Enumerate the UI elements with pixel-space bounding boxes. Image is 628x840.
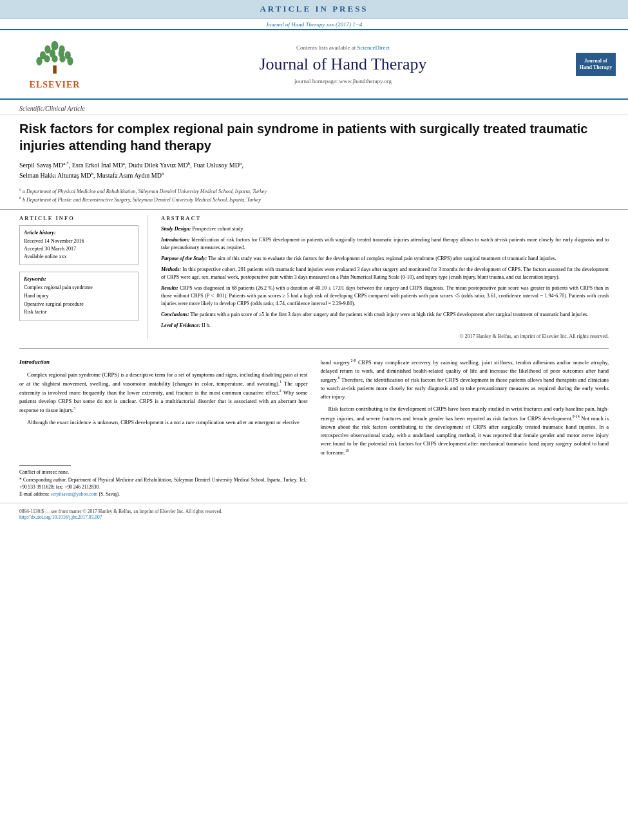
- info-abstract-section: ARTICLE INFO Article history: Received 1…: [0, 209, 628, 344]
- article-type-label: Scientific/Clinical Article: [0, 100, 628, 115]
- purpose-text: The aim of this study was to evaluate th…: [208, 256, 556, 261]
- footnote-divider: [19, 465, 71, 466]
- available-online: Available online xxx: [24, 254, 67, 259]
- abstract-results: Results: CRPS was diagnosed in 68 patien…: [161, 285, 609, 308]
- email-label: E-mail address:: [19, 491, 50, 497]
- article-info-title: ARTICLE INFO: [19, 215, 138, 221]
- intro-para-2: Although the exact incidence is unknown,…: [19, 418, 308, 427]
- intro-label: Introduction:: [161, 237, 189, 243]
- elsevier-logo: ELSEVIER: [6, 35, 103, 93]
- svg-rect-12: [53, 66, 57, 74]
- introduction-heading: Introduction: [19, 358, 308, 367]
- svg-point-10: [59, 55, 65, 62]
- section-divider: [19, 348, 609, 349]
- accepted-date: Accepted 30 March 2017: [24, 246, 76, 252]
- intro-text: Identification of risk factors for CRPS …: [161, 237, 609, 250]
- affiliations: a a Department of Physical Medicine and …: [0, 184, 628, 209]
- elsevier-brand-text: ELSEVIER: [30, 80, 81, 90]
- intro-para-4: Risk factors contributing to the develop…: [321, 405, 609, 457]
- contents-available-label: Contents lists available at: [296, 44, 356, 51]
- affiliation-b: b Department of Plastic and Reconstructi…: [23, 197, 261, 203]
- journal-ref-text: Journal of Hand Therapy xxx (2017) 1−4: [266, 21, 363, 28]
- journal-badge-area: Journal of Hand Therapy: [570, 53, 622, 77]
- methods-text: In this prospective cohort, 291 patients…: [161, 266, 609, 280]
- journal-homepage: journal homepage: www.jhandtherapy.org: [129, 78, 557, 84]
- footnotes-area: Conflict of interest: none. * Correspond…: [19, 465, 308, 498]
- study-design-text: Prospective cohort study.: [192, 226, 244, 232]
- article-title: Risk factors for complex regional pain s…: [0, 115, 628, 158]
- abstract-title: ABSTRACT: [161, 215, 609, 221]
- abstract-column: ABSTRACT Study Design: Prospective cohor…: [161, 215, 609, 339]
- intro-para-3: hand surgery.2-8 CRPS may complicate rec…: [321, 358, 609, 402]
- history-label: Article history:: [24, 230, 134, 236]
- sciencedirect-link[interactable]: ScienceDirect: [357, 44, 390, 51]
- level-label: Level of Evidence:: [161, 322, 200, 328]
- svg-point-8: [44, 55, 50, 62]
- footer-doi-link[interactable]: http://dx.doi.org/10.1016/j.jht.2017.03.…: [19, 514, 102, 520]
- svg-point-9: [52, 55, 57, 62]
- intro-para-1: Complex regional pain syndrome (CRPS) is…: [19, 371, 308, 415]
- article-in-press-banner: ARTICLE IN PRESS: [0, 0, 628, 19]
- journal-badge: Journal of Hand Therapy: [576, 53, 616, 77]
- page-footer: 0894-1130/$ — see front matter © 2017 Ha…: [0, 503, 628, 523]
- results-label: Results:: [161, 285, 178, 291]
- keyword-3: Operative surgical procedure: [24, 301, 134, 309]
- journal-title: Journal of Hand Therapy: [129, 55, 557, 74]
- corresponding-author: * Corresponding author. Department of Ph…: [19, 476, 308, 491]
- copyright-line: © 2017 Hanley & Belfus, an imprint of El…: [161, 333, 609, 339]
- journal-reference: Journal of Hand Therapy xxx (2017) 1−4: [0, 19, 628, 29]
- abstract-study-design: Study Design: Prospective cohort study.: [161, 225, 609, 233]
- methods-label: Methods:: [161, 266, 181, 272]
- publisher-logo-area: ELSEVIER: [6, 35, 116, 93]
- conclusions-text: The patients with a pain score of ≥5 in …: [190, 312, 588, 317]
- abstract-conclusions: Conclusions: The patients with a pain sc…: [161, 311, 609, 319]
- body-content: Introduction Complex regional pain syndr…: [0, 353, 628, 503]
- affiliation-a: a Department of Physical Medicine and Re…: [23, 188, 267, 194]
- email-footnote: E-mail address: serpilsavas@yahoo.com (S…: [19, 490, 308, 498]
- received-date: Received 14 November 2016: [24, 238, 84, 244]
- keyword-4: Risk factor: [24, 308, 134, 317]
- svg-point-0: [51, 41, 58, 51]
- svg-point-7: [36, 57, 42, 66]
- page: ARTICLE IN PRESS Journal of Hand Therapy…: [0, 0, 628, 840]
- badge-line1: Journal of: [584, 58, 607, 64]
- body-right-column: hand surgery.2-8 CRPS may complicate rec…: [321, 358, 609, 498]
- purpose-label: Purpose of the Study:: [161, 256, 207, 261]
- results-text: CRPS was diagnosed in 68 patients (26.2 …: [161, 285, 609, 306]
- article-info-column: ARTICLE INFO Article history: Received 1…: [19, 215, 148, 339]
- conflict-interest: Conflict of interest: none.: [19, 469, 308, 476]
- email-note: (S. Savaş).: [99, 491, 120, 497]
- study-design-label: Study Design:: [161, 226, 191, 232]
- footer-issn: 0894-1130/$ — see front matter © 2017 Ha…: [19, 509, 609, 514]
- abstract-level-evidence: Level of Evidence: II b.: [161, 322, 609, 330]
- email-link[interactable]: serpilsavas@yahoo.com: [51, 491, 98, 497]
- level-text: II b.: [202, 322, 210, 328]
- journal-header: ELSEVIER Contents lists available at Sci…: [0, 29, 628, 100]
- elsevier-tree-icon: [29, 39, 81, 77]
- banner-text: ARTICLE IN PRESS: [260, 4, 368, 14]
- article-history-box: Article history: Received 14 November 20…: [19, 225, 138, 265]
- body-left-column: Introduction Complex regional pain syndr…: [19, 358, 308, 498]
- journal-title-area: Contents lists available at ScienceDirec…: [116, 44, 570, 84]
- badge-line2: Hand Therapy: [580, 64, 612, 70]
- keyword-2: Hand injury: [24, 292, 134, 301]
- keywords-box: Keywords: Complex regional pain syndrome…: [19, 272, 138, 321]
- abstract-methods: Methods: In this prospective cohort, 291…: [161, 266, 609, 281]
- abstract-introduction: Introduction: Identification of risk fac…: [161, 236, 609, 252]
- sciencedirect-line: Contents lists available at ScienceDirec…: [129, 44, 557, 51]
- authors-list: Serpil Savaş MDa,*, Esra Erkol İnal MDa,…: [0, 158, 628, 184]
- keyword-1: Complex regional pain syndrome: [24, 284, 134, 292]
- conclusions-label: Conclusions:: [161, 312, 189, 317]
- svg-point-11: [67, 57, 73, 66]
- keywords-label: Keywords:: [24, 276, 134, 282]
- abstract-purpose: Purpose of the Study: The aim of this st…: [161, 255, 609, 263]
